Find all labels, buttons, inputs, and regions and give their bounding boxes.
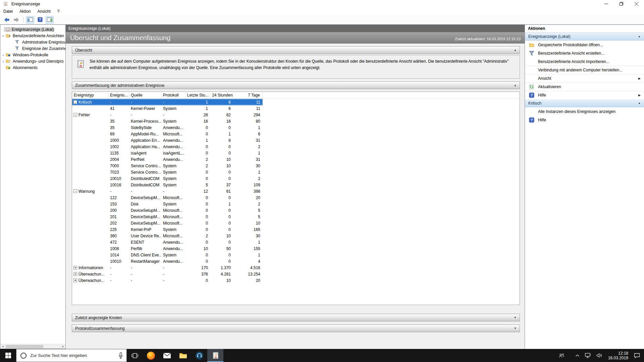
scroll-right-icon[interactable]: ► <box>61 344 65 349</box>
tree-item-benutzerdefinierte-ansichten[interactable]: Benutzerdefinierte Ansichten <box>0 33 65 39</box>
expand-chevron-icon[interactable] <box>514 327 517 330</box>
table-row[interactable]: 1000 Application Err... Anwendu... 1 8 3… <box>72 137 263 143</box>
table-row[interactable]: 35 Kernel-Process... System 16 16 80 <box>72 118 263 124</box>
table-row[interactable]: 1014 DNS Client Eve... System 0 0 1 <box>72 252 263 258</box>
action-open-saved-log[interactable]: Gespeicherte Protokolldatei öffnen... <box>525 41 644 49</box>
table-row[interactable]: 202 DeviceSetupM... Microsoft... 0 0 10 <box>72 220 263 226</box>
menu-aktion[interactable]: Aktion <box>16 8 34 15</box>
volume-icon[interactable] <box>594 349 605 362</box>
start-button[interactable] <box>0 349 16 362</box>
log-summary-section-bar[interactable]: Protokollzusammenfassung <box>72 324 520 332</box>
firefox-icon[interactable] <box>143 349 159 362</box>
chevron-down-icon[interactable] <box>1 34 5 38</box>
column-header-protokoll[interactable]: Protokoll <box>161 93 185 98</box>
column-header-7-tage[interactable]: 7 Tage <box>233 93 263 98</box>
search-input[interactable] <box>30 353 115 358</box>
collapse-chevron-icon[interactable] <box>638 102 641 105</box>
expander-icon[interactable]: - <box>73 113 77 117</box>
column-header-24-stunden[interactable]: 24 Stunden <box>210 93 233 98</box>
table-row[interactable]: -Fehler - - - 26 82 294 <box>72 112 263 118</box>
headset-app-icon[interactable] <box>191 349 207 362</box>
action-pane-toggle-icon[interactable] <box>46 16 54 23</box>
event-viewer-taskbar-icon[interactable] <box>207 349 223 362</box>
recent-nodes-section-bar[interactable]: Zuletzt angezeigte Knoten <box>72 314 520 321</box>
collapse-chevron-icon[interactable] <box>514 84 517 87</box>
file-explorer-icon[interactable] <box>175 349 191 362</box>
mail-icon[interactable] <box>159 349 175 362</box>
column-header-letzte-stunde[interactable]: Letzte Stu... <box>185 93 210 98</box>
action-hilfe-kritisch[interactable]: Hilfe <box>525 116 644 124</box>
column-header-ereignis-id[interactable]: Ereignis... <box>108 93 129 98</box>
expander-icon[interactable]: - <box>73 189 77 193</box>
menu-ansicht[interactable]: Ansicht <box>34 8 54 15</box>
table-row[interactable]: 10016 DistributedCOM System 5 37 109 <box>72 182 263 188</box>
forward-arrow-icon[interactable] <box>12 16 20 23</box>
table-row[interactable]: 7000 Service Contro... System 2 10 30 <box>72 163 263 169</box>
table-row[interactable]: +Überwachun... - - - 376 4.261 13.254 <box>72 271 263 277</box>
task-view-button[interactable] <box>127 349 143 362</box>
expander-icon[interactable]: + <box>73 272 77 276</box>
chevron-right-icon[interactable] <box>1 59 5 63</box>
close-button[interactable] <box>629 0 644 8</box>
action-ansicht[interactable]: Ansicht <box>525 74 644 82</box>
table-row[interactable]: -Kritisch - - - 1 6 11 <box>72 99 263 105</box>
menu-help[interactable]: ? <box>54 8 63 15</box>
table-row[interactable]: -Warnung - - - 12 61 398 <box>72 188 263 194</box>
table-row[interactable]: 2004 PerfNet Anwendu... 2 10 31 <box>72 156 263 163</box>
table-row[interactable]: 69 AppModel-Ru... Microsoft... 0 1 6 <box>72 131 263 137</box>
chevron-right-icon[interactable] <box>1 53 5 57</box>
action-center-icon[interactable] <box>631 349 644 362</box>
tree-item-windows-protokolle[interactable]: Windows-Protokolle <box>0 52 65 58</box>
table-row[interactable]: 360 User Device Re... Microsoft... 2 10 … <box>72 233 263 239</box>
expander-icon[interactable]: - <box>73 100 77 104</box>
tree-item-ereignisanzeige-lokal[interactable]: Ereignisanzeige (Lokal) <box>0 26 65 33</box>
action-show-all-instances[interactable]: Alle Instanzen dieses Ereignisses anzeig… <box>525 107 644 116</box>
help-toolbar-icon[interactable] <box>36 16 44 23</box>
table-row[interactable]: +Überwachun... - - - 0 10 20 <box>72 277 263 284</box>
tree-item-anwendungs-und-dienstpro[interactable]: Anwendungs- und Dienstpro <box>0 58 65 64</box>
restore-button[interactable] <box>614 0 629 8</box>
table-row[interactable]: 472 ESENT Anwendu... 0 0 1 <box>72 239 263 245</box>
table-row[interactable]: 200 DeviceSetupM... Microsoft... 0 0 5 <box>72 207 263 214</box>
network-icon[interactable] <box>582 349 594 362</box>
collapse-chevron-icon[interactable] <box>514 49 517 52</box>
action-hilfe[interactable]: Hilfe <box>525 91 644 99</box>
taskbar-clock[interactable]: 12:18 16.03.2019 <box>605 349 631 362</box>
table-row[interactable]: 1008 Perflib Anwendu... 10 50 155 <box>72 245 263 252</box>
microphone-icon[interactable] <box>118 352 123 359</box>
scroll-left-icon[interactable]: ◄ <box>0 344 5 349</box>
tree-horizontal-scrollbar[interactable]: ◄ ► <box>0 344 65 349</box>
table-row[interactable]: 1135 isaAgent isaAgentL... 0 0 1 <box>72 150 263 156</box>
table-row[interactable]: 153 Disk System 0 1 2 <box>72 201 263 207</box>
column-header-ereignistyp[interactable]: Ereignistyp <box>72 93 108 98</box>
overview-section-bar[interactable]: Übersicht <box>72 46 520 54</box>
table-row[interactable]: 201 DeviceSetupM... Microsoft... 0 0 5 <box>72 214 263 220</box>
scrollbar-thumb[interactable] <box>6 345 43 348</box>
expander-icon[interactable]: + <box>73 266 77 269</box>
table-row[interactable]: 1002 Application Ha... Anwendu... 0 0 2 <box>72 143 263 150</box>
actions-section-kritisch[interactable]: Kritisch <box>525 99 644 107</box>
back-arrow-icon[interactable] <box>3 16 11 23</box>
taskbar-search-box[interactable] <box>16 349 127 362</box>
tree-item-ereignisse-der-zusammen[interactable]: Ereignisse der Zusammen <box>0 45 65 52</box>
table-row[interactable]: 41 Kernel-Power System 1 6 11 <box>72 105 263 112</box>
menu-datei[interactable]: Datei <box>0 8 16 15</box>
table-row[interactable]: 10010 DistributedCOM System 0 0 2 <box>72 175 263 182</box>
table-row[interactable]: 35 SideBySide Anwendu... 0 0 1 <box>72 124 263 131</box>
table-row[interactable]: 122 DeviceSetupM... Microsoft... 0 0 20 <box>72 194 263 201</box>
people-icon[interactable] <box>556 349 567 362</box>
collapse-chevron-icon[interactable] <box>638 35 641 38</box>
table-row[interactable]: 225 Kernel-PnP System 0 0 165 <box>72 226 263 233</box>
action-connect-other-computer[interactable]: Verbindung mit anderem Computer herstell… <box>525 66 644 74</box>
action-aktualisieren[interactable]: Aktualisieren <box>525 82 644 91</box>
tree-item-administrative-ereignisse[interactable]: Administrative Ereignisse <box>0 39 65 45</box>
action-create-custom-view[interactable]: Benutzerdefinierte Ansicht erstellen... <box>525 49 644 57</box>
expander-icon[interactable]: + <box>73 279 77 282</box>
table-row[interactable]: 10010 RestartManager Anwendu... 0 0 4 <box>72 258 263 264</box>
console-tree-toggle-icon[interactable] <box>26 16 34 23</box>
actions-section-ereignisanzeige[interactable]: Ereignisanzeige (Lokal) <box>525 33 644 41</box>
summary-section-bar[interactable]: Zusammenfassung der administrativen Erei… <box>72 81 520 89</box>
minimize-button[interactable] <box>599 0 614 8</box>
table-row[interactable]: 7023 Service Contro... System 0 0 1 <box>72 169 263 175</box>
expand-chevron-icon[interactable] <box>514 316 517 319</box>
